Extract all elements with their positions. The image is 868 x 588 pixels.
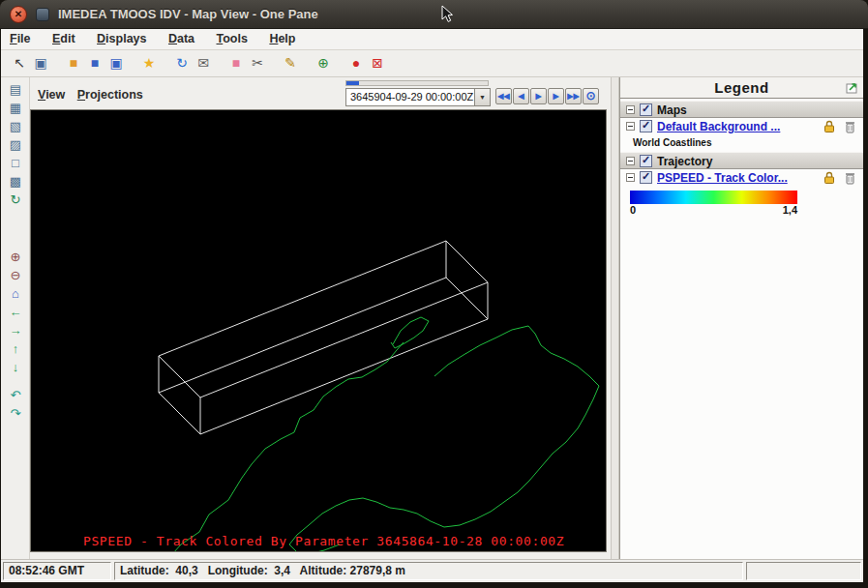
delete-icon[interactable] [845,171,855,185]
anim-begin-button[interactable]: ◀◀ [495,88,512,104]
main-toolbar: ↖▣■■▣★↻✉■✂✎⊕●⊠ [1,50,863,77]
frame-icon[interactable]: □ [1,154,30,172]
app-window: ✕ IMEDEA TMOOS IDV - Map View - One Pane… [0,0,868,588]
pan-left-icon[interactable]: ← [1,303,30,321]
collapse-maps-icon[interactable] [626,105,635,114]
pan-up-icon[interactable]: ↑ [1,339,30,358]
menu-edit[interactable]: Edit [44,29,84,45]
menu-help[interactable]: Help [260,29,304,45]
eraser-icon[interactable]: ■ [227,50,245,74]
legend-item-pspeed: PSPEED - Track Color... [620,169,863,188]
record-icon[interactable]: ● [347,50,365,74]
display-list-icon[interactable]: ▤ [1,80,30,99]
default-background-link[interactable]: Default Background ... [657,120,780,133]
support-email-icon[interactable]: ✉ [195,50,212,74]
new-display-icon[interactable]: ▣ [32,50,49,74]
collapse-pspeed-icon[interactable] [626,173,635,182]
legend-title: Legend [620,77,863,96]
menu-tools[interactable]: Tools [208,29,256,45]
combo-dropdown-icon[interactable]: ▼ [474,89,490,105]
zoom-out-icon[interactable]: ⊖ [1,266,30,284]
rotate-icon[interactable]: ↻ [1,191,30,209]
anim-progress-track[interactable] [345,80,489,86]
titlebar[interactable]: ✕ IMEDEA TMOOS IDV - Map View - One Pane [0,0,868,29]
menu-file[interactable]: File [1,29,40,45]
pan-down-icon[interactable]: ↓ [1,358,30,376]
position-field: Latitude: 40,3 Longitude: 3,4 Altitude: … [114,562,743,580]
row-actions [818,171,855,189]
row-actions [818,120,855,137]
anim-controls: ◀◀◀▶▶▶▶⊙ [495,88,600,105]
collapse-trajectory-icon[interactable] [626,157,635,165]
item-visibility-checkbox[interactable] [640,120,652,132]
legend-section-trajectory: Trajectory [620,152,863,169]
clock-field: 08:52:46 GMT [3,562,111,580]
section-label-maps: Maps [657,103,687,117]
menu-view[interactable]: View [38,88,65,102]
texture-icon[interactable]: ▨ [1,135,30,154]
grid-icon[interactable]: ▦ [1,99,30,117]
pspeed-visibility-checkbox[interactable] [640,171,652,184]
home-icon[interactable]: ⌂ [1,284,30,303]
redo-icon[interactable]: ↷ [1,404,30,423]
web-icon[interactable]: ⊕ [314,50,332,74]
save-icon[interactable]: ■ [86,50,104,74]
values-icon[interactable]: ▩ [1,172,30,191]
anim-end-button[interactable]: ▶▶ [565,88,582,104]
select-pointer-icon[interactable]: ↖ [11,50,28,74]
close-button[interactable]: ✕ [10,6,27,23]
app-icon [36,8,49,21]
view-menu-bar: View Projections 3645904-09-29 00:00:00Z… [30,77,611,109]
maps-sublabel: World Coastlines [620,136,863,150]
layers-icon[interactable]: ▧ [1,117,30,135]
trajectory-visibility-checkbox[interactable] [640,155,652,167]
legend-section-maps: Maps [620,101,863,118]
undo-icon[interactable]: ↶ [1,386,30,404]
pspeed-track-link[interactable]: PSPEED - Track Color... [657,171,788,185]
collapse-item-icon[interactable] [626,122,635,131]
legend-panel: Legend Maps Default [619,77,863,559]
cut-icon[interactable]: ✂ [249,50,266,74]
undock-legend-icon[interactable] [846,80,858,98]
lock-icon[interactable] [823,171,835,185]
map-canvas-svg [31,110,606,551]
save-as-icon[interactable]: ▣ [107,50,125,74]
delete-icon[interactable] [845,120,855,133]
edit-icon[interactable]: ✎ [282,50,299,74]
window-title: IMEDEA TMOOS IDV - Map View - One Pane [58,7,318,21]
anim-progress-fill [346,81,359,85]
anim-properties-button[interactable]: ⊙ [583,88,599,104]
menu-projections[interactable]: Projections [77,88,143,102]
section-label-trajectory: Trajectory [657,155,712,168]
anim-back-button[interactable]: ◀ [513,88,529,104]
colorbar-min: 0 [630,204,636,216]
menu-data[interactable]: Data [160,29,203,45]
menu-displays[interactable]: Displays [88,29,155,45]
mouse-cursor [441,5,455,24]
main-area: ▤▦▧▨□▩↻⊕⊖⌂←→↑↓↶↷ View Projections 364590… [1,77,863,559]
colorbar-labels: 0 1,4 [630,204,797,219]
colorbar[interactable] [630,191,797,204]
zoom-in-icon[interactable]: ⊕ [1,248,30,266]
maps-visibility-checkbox[interactable] [640,103,652,116]
open-file-icon[interactable]: ■ [65,50,82,74]
time-value: 3645904-09-29 00:00:00Z [350,91,473,103]
map-canvas[interactable]: PSPEED - Track Colored By Parameter 3645… [30,109,607,552]
track-display-label: PSPEED - Track Colored By Parameter 3645… [83,534,564,548]
split-pane-divider[interactable] [611,77,619,559]
pan-right-icon[interactable]: → [1,321,30,339]
app-body: File Edit Displays Data Tools Help ↖▣■■▣… [1,29,863,582]
view-side-toolbar: ▤▦▧▨□▩↻⊕⊖⌂←→↑↓↶↷ [1,77,30,559]
cancel-icon[interactable]: ⊠ [369,50,386,74]
lock-icon[interactable] [823,120,835,133]
menubar: File Edit Displays Data Tools Help [1,29,863,50]
colorbar-max: 1,4 [783,204,797,216]
legend-item-default-background: Default Background ... [620,118,863,136]
anim-play-button[interactable]: ▶ [530,88,547,104]
anim-forward-button[interactable]: ▶ [548,88,564,104]
favorites-icon[interactable]: ★ [140,50,158,74]
map-view-panel: ▤▦▧▨□▩↻⊕⊖⌂←→↑↓↶↷ View Projections 364590… [1,77,611,559]
time-combobox[interactable]: 3645904-09-29 00:00:00Z ▼ [345,88,491,106]
reload-icon[interactable]: ↻ [173,50,191,74]
statusbar: 08:52:46 GMT Latitude: 40,3 Longitude: 3… [1,559,863,582]
